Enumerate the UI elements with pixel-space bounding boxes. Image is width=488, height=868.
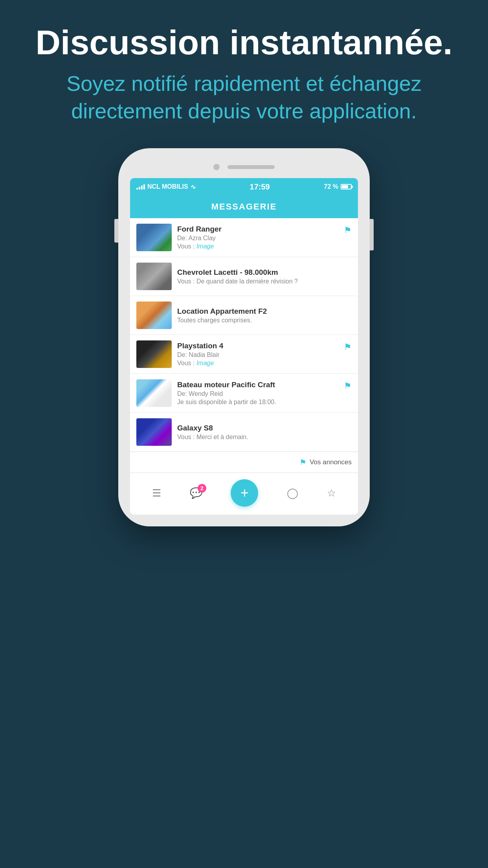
list-icon: ☰ (152, 487, 161, 499)
thumb-chevrolet-lacetti (136, 263, 172, 290)
message-preview-playstation-4: Vous : Image (177, 360, 338, 367)
thumb-galaxy-s8 (136, 418, 172, 446)
star-icon: ☆ (327, 487, 336, 499)
phone-side-button-right (370, 219, 374, 250)
thumb-playstation-4 (136, 340, 172, 368)
signal-bars (136, 184, 145, 189)
message-sender-bateau-moteur: De: Wendy Reid (177, 390, 338, 397)
vos-annonces-bookmark-icon: ⚑ (299, 458, 306, 467)
app-header-title: MESSAGERIE (211, 202, 277, 211)
phone-speaker (227, 165, 275, 169)
message-title-bateau-moteur: Bateau moteur Pacific Craft (177, 381, 338, 389)
thumb-ford-ranger (136, 224, 172, 251)
nav-item-messages[interactable]: 💬 2 (190, 487, 202, 499)
message-item-bateau-moteur[interactable]: Bateau moteur Pacific CraftDe: Wendy Rei… (130, 374, 358, 413)
message-preview-location-appartement: Toutes charges comprises. (177, 317, 352, 324)
battery-icon (341, 184, 352, 189)
bookmark-icon-bateau-moteur: ⚑ (344, 379, 352, 391)
phone-camera (213, 164, 220, 170)
status-right: 72 % (324, 183, 352, 190)
main-subtitle: Soyez notifié rapidement et échangez dir… (31, 70, 457, 125)
message-content-playstation-4: Playstation 4De: Nadia BlairVous : Image (177, 342, 338, 367)
message-title-playstation-4: Playstation 4 (177, 342, 338, 350)
vos-annonces-bar[interactable]: ⚑ Vos annonces (130, 452, 358, 473)
battery-percent: 72 % (324, 183, 338, 190)
phone-screen: NCL MOBILIS ∿ 17:59 72 % MESSAGERIE Ford… (130, 178, 358, 515)
plus-icon: + (240, 486, 249, 500)
bottom-nav: ☰ 💬 2 + ◯ ☆ (130, 473, 358, 515)
message-preview-galaxy-s8: Vous : Merci et à demain. (177, 434, 352, 441)
status-left: NCL MOBILIS ∿ (136, 183, 196, 191)
messages-list: Ford RangerDe: Azra ClayVous : Image⚑Che… (130, 218, 358, 452)
status-bar: NCL MOBILIS ∿ 17:59 72 % (130, 178, 358, 195)
message-title-ford-ranger: Ford Ranger (177, 225, 338, 234)
message-content-bateau-moteur: Bateau moteur Pacific CraftDe: Wendy Rei… (177, 381, 338, 406)
message-content-galaxy-s8: Galaxy S8Vous : Merci et à demain. (177, 424, 352, 441)
header-section: Discussion instantannée. Soyez notifié r… (0, 0, 488, 140)
bookmark-icon-ford-ranger: ⚑ (344, 224, 352, 235)
message-item-galaxy-s8[interactable]: Galaxy S8Vous : Merci et à demain. (130, 413, 358, 452)
message-content-ford-ranger: Ford RangerDe: Azra ClayVous : Image (177, 225, 338, 250)
message-item-ford-ranger[interactable]: Ford RangerDe: Azra ClayVous : Image⚑ (130, 218, 358, 257)
message-preview-chevrolet-lacetti: Vous : De quand date la dernière révisio… (177, 278, 352, 285)
thumb-bateau-moteur (136, 379, 172, 407)
thumb-location-appartement (136, 302, 172, 329)
main-title: Discussion instantannée. (31, 24, 457, 62)
nav-item-list[interactable]: ☰ (152, 487, 161, 499)
message-preview-ford-ranger: Vous : Image (177, 243, 338, 250)
phone-mockup: NCL MOBILIS ∿ 17:59 72 % MESSAGERIE Ford… (118, 148, 370, 526)
message-title-galaxy-s8: Galaxy S8 (177, 424, 352, 432)
message-sender-playstation-4: De: Nadia Blair (177, 351, 338, 359)
message-title-chevrolet-lacetti: Chevrolet Lacetti - 98.000km (177, 268, 352, 277)
message-title-location-appartement: Location Appartement F2 (177, 307, 352, 316)
phone-top-area (130, 160, 358, 178)
signal-bar-4 (143, 184, 145, 189)
app-header: MESSAGERIE (130, 195, 358, 218)
nav-item-favorites[interactable]: ☆ (327, 487, 336, 499)
battery-fill (342, 185, 348, 188)
wifi-icon: ∿ (191, 183, 196, 191)
add-button[interactable]: + (231, 479, 258, 507)
signal-bar-2 (139, 187, 140, 189)
message-item-location-appartement[interactable]: Location Appartement F2Toutes charges co… (130, 296, 358, 335)
messages-badge: 2 (198, 484, 206, 493)
nav-item-profile[interactable]: ◯ (287, 487, 298, 499)
vos-annonces-label: Vos annonces (310, 458, 352, 466)
message-sender-ford-ranger: De: Azra Clay (177, 235, 338, 242)
signal-bar-1 (136, 188, 138, 189)
bookmark-icon-playstation-4: ⚑ (344, 340, 352, 352)
carrier-name: NCL MOBILIS (147, 183, 188, 190)
nav-item-add[interactable]: + (231, 479, 258, 507)
message-item-playstation-4[interactable]: Playstation 4De: Nadia BlairVous : Image… (130, 335, 358, 374)
status-time: 17:59 (250, 182, 270, 191)
message-content-location-appartement: Location Appartement F2Toutes charges co… (177, 307, 352, 324)
profile-icon: ◯ (287, 487, 298, 499)
message-content-chevrolet-lacetti: Chevrolet Lacetti - 98.000kmVous : De qu… (177, 268, 352, 285)
message-item-chevrolet-lacetti[interactable]: Chevrolet Lacetti - 98.000kmVous : De qu… (130, 257, 358, 296)
signal-bar-3 (141, 186, 143, 189)
phone-side-button-left (114, 219, 118, 243)
message-preview-bateau-moteur: Je suis disponible à partir de 18:00. (177, 399, 338, 406)
